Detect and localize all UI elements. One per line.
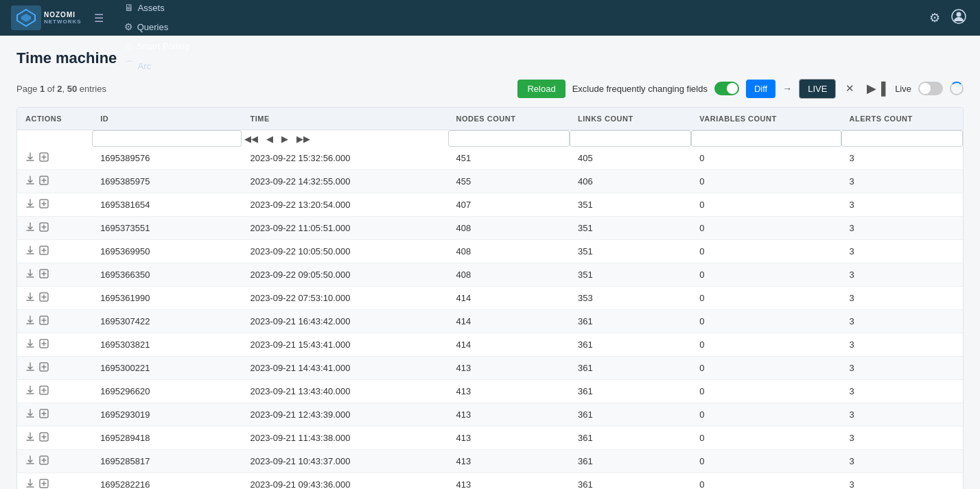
cell-alerts-9: 3: [841, 357, 963, 380]
exclude-toggle[interactable]: [714, 82, 739, 95]
download-icon-12[interactable]: [25, 432, 35, 444]
add-icon-12[interactable]: [39, 432, 49, 444]
end-button[interactable]: ▶▐: [864, 78, 888, 99]
download-icon-4[interactable]: [25, 246, 35, 257]
smart-polling-nav-label: Smart Polling: [137, 41, 189, 51]
download-icon-6[interactable]: [25, 292, 35, 304]
add-icon-10[interactable]: [39, 385, 49, 397]
table-row: 16953038212023-09-21 15:43:41.0004143610…: [17, 333, 963, 357]
id-filter-input[interactable]: [92, 130, 242, 147]
add-icon-8[interactable]: [39, 339, 49, 350]
links-filter-input[interactable]: [570, 130, 691, 147]
settings-button[interactable]: ⚙: [926, 8, 943, 28]
assets-nav-icon: 🖥: [124, 2, 134, 13]
add-icon-14[interactable]: [39, 479, 49, 489]
vars-filter-input[interactable]: [691, 130, 841, 147]
account-button[interactable]: [948, 6, 969, 30]
download-icon-5[interactable]: [25, 269, 35, 281]
table-row: 16953619902023-09-22 07:53:10.0004143530…: [17, 287, 963, 310]
cell-alerts-6: 3: [841, 287, 963, 310]
table-row: 16953859752023-09-22 14:32:55.0004554060…: [17, 170, 963, 193]
add-icon-3[interactable]: [39, 222, 49, 234]
table-row: 16953816542023-09-22 13:20:54.0004073510…: [17, 193, 963, 217]
cell-time-6: 2023-09-22 07:53:10.000: [242, 287, 447, 310]
nav-item-smart-polling[interactable]: ◎Smart Polling: [116, 36, 198, 56]
alerts-filter-input[interactable]: [841, 130, 963, 147]
live-toggle[interactable]: [918, 82, 943, 95]
cell-links-11: 361: [570, 403, 691, 427]
nodes-filter-input[interactable]: [448, 130, 570, 147]
column-header-alerts_count: ALERTS COUNT: [841, 108, 963, 130]
live-label: Live: [895, 84, 911, 94]
nav-item-queries[interactable]: ⚙Queries: [116, 17, 177, 36]
download-icon-7[interactable]: [25, 315, 35, 327]
add-icon-1[interactable]: [39, 176, 49, 187]
cell-nodes-8: 414: [448, 333, 570, 357]
queries-nav-icon: ⚙: [124, 21, 133, 32]
add-icon-2[interactable]: [39, 199, 49, 211]
add-icon-11[interactable]: [39, 409, 49, 420]
cell-id-14: 1695282216: [92, 473, 242, 490]
navbar-right: ⚙: [926, 6, 969, 30]
time-next-button[interactable]: ▶: [279, 132, 291, 145]
cell-nodes-1: 455: [448, 170, 570, 193]
download-icon-9[interactable]: [25, 362, 35, 374]
cell-time-11: 2023-09-21 12:43:39.000: [242, 403, 447, 427]
add-icon-9[interactable]: [39, 362, 49, 374]
add-icon-7[interactable]: [39, 315, 49, 327]
download-icon-11[interactable]: [25, 409, 35, 420]
cell-vars-2: 0: [691, 193, 841, 217]
add-icon-0[interactable]: [39, 152, 49, 164]
cell-actions-9: [17, 357, 92, 380]
close-button[interactable]: ✕: [843, 80, 857, 97]
cell-nodes-9: 413: [448, 357, 570, 380]
time-prev-button[interactable]: ◀: [264, 132, 276, 145]
time-first-button[interactable]: ◀◀: [242, 132, 261, 145]
live-button[interactable]: LIVE: [799, 79, 836, 99]
cell-actions-5: [17, 263, 92, 287]
cell-actions-1: [17, 170, 92, 193]
main-content: Time machine Page 1 of 2, 50 entries Rel…: [0, 36, 980, 489]
nav-item-arc[interactable]: ⌒Arc: [116, 56, 160, 76]
diff-button[interactable]: Diff: [746, 80, 775, 98]
add-icon-13[interactable]: [39, 455, 49, 467]
cell-alerts-8: 3: [841, 333, 963, 357]
download-icon-0[interactable]: [25, 152, 35, 164]
cell-time-2: 2023-09-22 13:20:54.000: [242, 193, 447, 217]
hamburger-button[interactable]: ☰: [90, 8, 108, 29]
add-icon-5[interactable]: [39, 269, 49, 281]
reload-button[interactable]: Reload: [517, 80, 565, 98]
download-icon-1[interactable]: [25, 176, 35, 187]
download-icon-2[interactable]: [25, 199, 35, 211]
download-icon-10[interactable]: [25, 385, 35, 397]
download-icon-3[interactable]: [25, 222, 35, 234]
add-icon-6[interactable]: [39, 292, 49, 304]
cell-vars-4: 0: [691, 240, 841, 263]
download-icon-14[interactable]: [25, 479, 35, 489]
filter-actions: [17, 130, 92, 147]
cell-actions-12: [17, 427, 92, 450]
cell-id-13: 1695285817: [92, 450, 242, 473]
table-row: 16952858172023-09-21 10:43:37.0004133610…: [17, 450, 963, 473]
nav-item-assets[interactable]: 🖥Assets: [116, 0, 173, 17]
logo-text: NOZOMI NETWORKS: [44, 11, 82, 25]
add-icon-4[interactable]: [39, 246, 49, 257]
download-icon-13[interactable]: [25, 455, 35, 467]
filter-alerts: [841, 130, 963, 147]
cell-time-12: 2023-09-21 11:43:38.000: [242, 427, 447, 450]
cell-nodes-3: 408: [448, 217, 570, 240]
cell-vars-8: 0: [691, 333, 841, 357]
column-header-links_count: LINKS COUNT: [570, 108, 691, 130]
cell-nodes-5: 408: [448, 263, 570, 287]
cell-links-0: 405: [570, 147, 691, 170]
time-last-button[interactable]: ▶▶: [294, 132, 313, 145]
page-info: Page 1 of 2, 50 entries: [16, 84, 106, 94]
download-icon-8[interactable]: [25, 339, 35, 350]
logo-icon: [16, 8, 36, 27]
cell-id-10: 1695296620: [92, 380, 242, 403]
cell-vars-1: 0: [691, 170, 841, 193]
column-header-variables_count: VARIABLES COUNT: [691, 108, 841, 130]
cell-vars-6: 0: [691, 287, 841, 310]
cell-id-9: 1695300221: [92, 357, 242, 380]
cell-alerts-2: 3: [841, 193, 963, 217]
